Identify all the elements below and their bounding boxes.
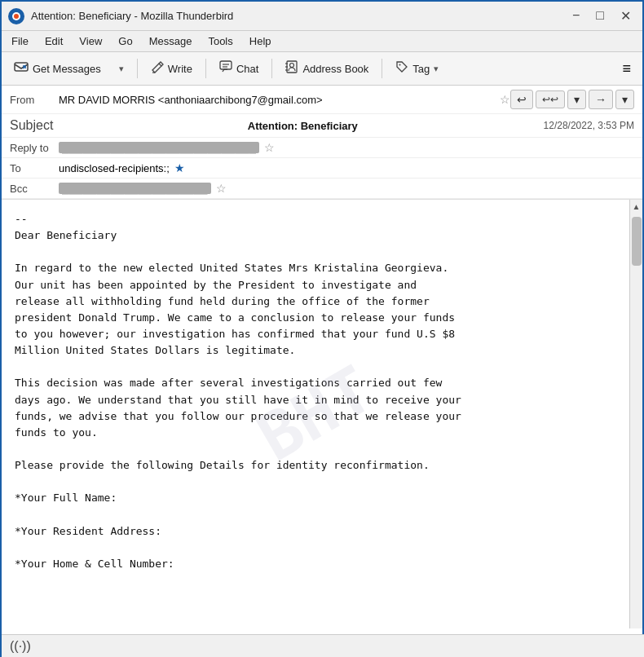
toolbar-separator-3 <box>271 59 272 78</box>
svg-point-2 <box>14 14 19 19</box>
chat-label: Chat <box>236 63 258 75</box>
scrollbar-up-arrow[interactable]: ▲ <box>630 200 642 214</box>
bcc-value: █████████████████████ <box>59 183 211 194</box>
toolbar: Get Messages ▾ Write Chat <box>2 52 642 86</box>
menu-file[interactable]: File <box>5 33 35 50</box>
status-icon: ((·)) <box>10 639 31 654</box>
get-messages-icon <box>14 60 29 77</box>
bcc-label: Bcc <box>10 183 59 195</box>
hamburger-menu-button[interactable]: ≡ <box>615 57 637 81</box>
from-star-icon[interactable]: ☆ <box>500 93 510 106</box>
window-controls[interactable]: − □ ✕ <box>567 7 636 25</box>
address-book-button[interactable]: Address Book <box>278 56 376 81</box>
chat-button[interactable]: Chat <box>212 56 266 81</box>
get-messages-button[interactable]: Get Messages <box>7 55 108 82</box>
to-star-icon[interactable]: ★ <box>174 161 185 174</box>
svg-point-9 <box>290 64 294 68</box>
reply-to-value: ████████████████████████████ <box>59 142 259 153</box>
subject-row: Subject Attention: Beneficiary 12/28/202… <box>2 114 642 138</box>
tag-icon <box>395 60 408 77</box>
reply-button[interactable]: ↩ <box>510 90 533 109</box>
get-messages-label: Get Messages <box>33 63 101 75</box>
title-bar: Attention: Beneficiary - Mozilla Thunder… <box>2 2 642 31</box>
email-body-container: BHT -- Dear Beneficiary In regard to the… <box>2 200 642 628</box>
forward-button[interactable]: → <box>589 90 613 109</box>
to-value: undisclosed-recipients:; <box>59 162 170 174</box>
address-book-icon <box>285 60 298 77</box>
menu-go[interactable]: Go <box>112 33 139 50</box>
write-button[interactable]: Write <box>143 56 200 81</box>
maximize-button[interactable]: □ <box>591 7 609 25</box>
from-value: MR DAVID MORRIS <anthoniaarchibong7@gmai… <box>59 94 495 106</box>
to-row: To undisclosed-recipients:; ★ <box>2 158 642 179</box>
from-row: From MR DAVID MORRIS <anthoniaarchibong7… <box>2 86 642 114</box>
toolbar-separator-2 <box>205 59 206 78</box>
write-icon <box>151 60 164 77</box>
menu-bar: File Edit View Go Message Tools Help <box>2 31 642 52</box>
get-messages-dropdown-icon: ▾ <box>119 64 124 74</box>
scrollbar-track[interactable]: ▲ <box>629 200 642 628</box>
reply-to-label: Reply to <box>10 142 59 154</box>
svg-point-13 <box>399 64 401 66</box>
window-title: Attention: Beneficiary - Mozilla Thunder… <box>31 10 567 22</box>
scrollbar-thumb[interactable] <box>632 217 642 266</box>
reply-to-star-icon[interactable]: ☆ <box>264 141 275 154</box>
tag-button[interactable]: Tag ▾ <box>388 56 446 81</box>
bcc-star-icon[interactable]: ☆ <box>216 182 227 195</box>
menu-tools[interactable]: Tools <box>201 33 239 50</box>
subject-value: Attention: Beneficiary <box>248 120 358 132</box>
menu-help[interactable]: Help <box>243 33 278 50</box>
from-label: From <box>10 94 59 106</box>
header-action-buttons: ↩ ↩↩ ▾ → ▾ <box>510 90 634 109</box>
subject-label: Subject <box>10 118 59 133</box>
reply-all-button[interactable]: ↩↩ <box>536 90 565 108</box>
menu-edit[interactable]: Edit <box>38 33 69 50</box>
close-button[interactable]: ✕ <box>615 7 636 25</box>
status-bar: ((·)) <box>2 634 644 657</box>
email-date: 12/28/2022, 3:53 PM <box>544 120 634 131</box>
bcc-row: Bcc █████████████████████ ☆ <box>2 179 642 199</box>
forward-dropdown-button[interactable]: ▾ <box>615 90 634 109</box>
write-label: Write <box>168 63 192 75</box>
email-body[interactable]: BHT -- Dear Beneficiary In regard to the… <box>2 200 629 628</box>
svg-rect-5 <box>220 61 232 69</box>
menu-message[interactable]: Message <box>143 33 199 50</box>
minimize-button[interactable]: − <box>567 7 584 25</box>
menu-view[interactable]: View <box>73 33 108 50</box>
toolbar-separator-1 <box>137 59 138 78</box>
get-messages-dropdown-button[interactable]: ▾ <box>112 60 131 78</box>
app-icon <box>8 8 24 24</box>
toolbar-separator-4 <box>382 59 382 78</box>
to-label: To <box>10 162 59 174</box>
tag-dropdown-icon: ▾ <box>434 64 439 74</box>
email-header: From MR DAVID MORRIS <anthoniaarchibong7… <box>2 86 642 200</box>
email-content: -- Dear Beneficiary In regard to the new… <box>15 211 616 572</box>
chat-icon <box>219 60 232 77</box>
tag-label: Tag <box>412 63 430 75</box>
reply-to-row: Reply to ████████████████████████████ ☆ <box>2 138 642 158</box>
reply-dropdown-button[interactable]: ▾ <box>567 90 586 109</box>
address-book-label: Address Book <box>302 63 368 75</box>
